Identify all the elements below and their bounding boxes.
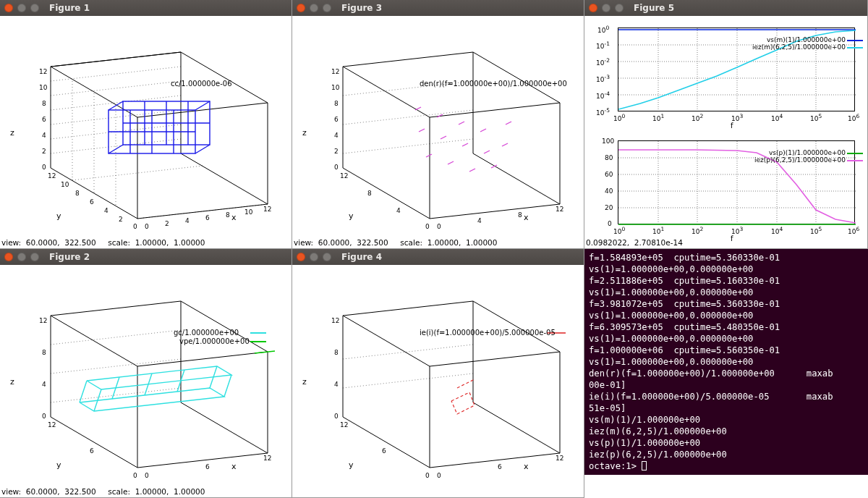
svg-text:12: 12: [556, 455, 563, 462]
svg-text:8: 8: [367, 190, 372, 197]
figure-2-window: Figure 2: [0, 249, 292, 498]
svg-text:8: 8: [334, 349, 339, 356]
svg-line-118: [255, 351, 275, 353]
maximize-icon[interactable]: [323, 253, 331, 261]
svg-text:8: 8: [518, 211, 522, 219]
close-icon[interactable]: [589, 4, 597, 12]
xtick: 102: [692, 113, 703, 122]
figure-2-plot[interactable]: 04812 1260 0612 z x y gc/1.000000e+00 vp…: [0, 265, 292, 487]
svg-text:0: 0: [334, 164, 339, 171]
svg-text:12: 12: [331, 317, 339, 324]
svg-line-66: [448, 161, 454, 164]
figure-1-titlebar[interactable]: Figure 1: [0, 0, 292, 16]
svg-line-65: [426, 154, 432, 157]
xtick: 102: [692, 226, 703, 235]
svg-line-62: [441, 136, 446, 139]
figure-2-titlebar[interactable]: Figure 2: [0, 249, 292, 265]
svg-text:4: 4: [334, 132, 339, 139]
figure-1-plot[interactable]: 024 681012 12108 6420 024 681012 z x y c…: [0, 16, 292, 238]
close-icon[interactable]: [297, 253, 305, 261]
svg-text:8: 8: [226, 211, 230, 219]
x-axis-label: x: [231, 462, 237, 471]
maximize-icon[interactable]: [615, 4, 624, 12]
svg-text:6: 6: [334, 116, 339, 123]
minimize-icon[interactable]: [310, 253, 318, 261]
svg-line-135: [457, 379, 475, 388]
figure-3-plot-label: den(r)(f=1.000000e+00)/1.000000e+00: [420, 80, 567, 88]
y-axis-label: y: [56, 211, 61, 221]
z-axis-label: z: [302, 128, 307, 138]
svg-line-7: [51, 96, 181, 110]
figure-3-window: Figure 3: [292, 0, 584, 249]
ytick: 10-3: [596, 74, 610, 83]
svg-text:0: 0: [133, 223, 137, 230]
svg-text:10: 10: [331, 84, 340, 91]
figure-5-titlebar[interactable]: Figure 5: [584, 0, 867, 16]
svg-line-109: [51, 359, 181, 374]
svg-text:12: 12: [48, 172, 56, 180]
svg-line-104: [51, 316, 137, 366]
svg-text:6: 6: [498, 463, 502, 470]
svg-text:0: 0: [42, 413, 46, 420]
maximize-icon[interactable]: [323, 4, 331, 12]
xtick: 101: [652, 226, 664, 235]
close-icon[interactable]: [297, 4, 305, 12]
figure-1-status: view: 60.0000, 322.500 scale: 1.00000, 1…: [0, 238, 292, 248]
legend-swatch: [847, 160, 863, 161]
svg-line-70: [502, 143, 508, 146]
ytick: 100: [597, 25, 609, 34]
svg-line-60: [480, 129, 486, 132]
ytick: 10-2: [596, 57, 610, 67]
ytick: 100: [602, 138, 614, 145]
minimize-icon[interactable]: [17, 253, 26, 261]
z-axis-label: z: [302, 377, 307, 387]
svg-line-52: [343, 168, 430, 219]
svg-text:6: 6: [205, 463, 210, 470]
figure-4-window: Figure 4: [292, 249, 584, 498]
svg-line-1: [181, 52, 268, 103]
figure-3-titlebar[interactable]: Figure 3: [292, 0, 584, 16]
figure-4-titlebar[interactable]: Figure 4: [292, 249, 584, 265]
figure-4-plot-label: ie(i)(f=1.000000e+00)/5.000000e-05: [420, 329, 556, 337]
terminal[interactable]: f=1.584893e+05 cputime=5.360330e-01 vs(1…: [584, 249, 868, 475]
svg-text:10: 10: [39, 84, 48, 91]
svg-text:4: 4: [42, 132, 46, 139]
xtick: 100: [613, 113, 625, 122]
xtick: 106: [848, 226, 859, 235]
svg-line-57: [415, 107, 421, 110]
minimize-icon[interactable]: [310, 4, 318, 12]
svg-text:0: 0: [425, 223, 430, 230]
figure-5-plot[interactable]: 100 10-1 10-2 10-3 10-4 10-5 100 101 102…: [584, 16, 867, 238]
svg-text:4: 4: [104, 207, 109, 214]
x-axis-label: f: [731, 122, 733, 130]
minimize-icon[interactable]: [602, 4, 610, 12]
svg-line-106: [51, 417, 137, 468]
figure-2-plot-label2: vpe/1.000000e+00: [179, 337, 250, 345]
figure-2-title: Figure 2: [49, 252, 90, 262]
y-axis-label: y: [56, 460, 61, 470]
svg-text:6: 6: [90, 198, 94, 206]
close-icon[interactable]: [4, 253, 13, 261]
legend-swatch: [250, 341, 266, 342]
figure-1-svg: 024 681012 12108 6420 024 681012: [0, 16, 292, 239]
svg-text:6: 6: [205, 214, 210, 221]
figure-3-plot[interactable]: 024 681012 12840 04812 z x y den(r)(f=1.…: [292, 16, 584, 238]
maximize-icon[interactable]: [30, 4, 39, 12]
figure-3-title: Figure 3: [341, 3, 382, 13]
svg-text:12: 12: [556, 206, 563, 213]
figure-4-plot[interactable]: 04812 1260 0612 z x y ie(i)(f=1.000000e+…: [292, 265, 584, 487]
x-axis-label: x: [524, 213, 529, 222]
svg-text:10: 10: [61, 181, 69, 188]
svg-line-111: [80, 381, 87, 402]
svg-text:8: 8: [334, 100, 339, 107]
close-icon[interactable]: [4, 4, 13, 12]
ytick: 0: [608, 220, 612, 227]
svg-text:0: 0: [145, 472, 149, 479]
svg-line-108: [51, 388, 181, 402]
svg-line-59: [459, 122, 464, 124]
minimize-icon[interactable]: [17, 4, 26, 12]
svg-line-133: [343, 374, 473, 388]
svg-line-117: [224, 375, 231, 397]
maximize-icon[interactable]: [30, 253, 39, 261]
svg-line-53: [473, 153, 560, 204]
